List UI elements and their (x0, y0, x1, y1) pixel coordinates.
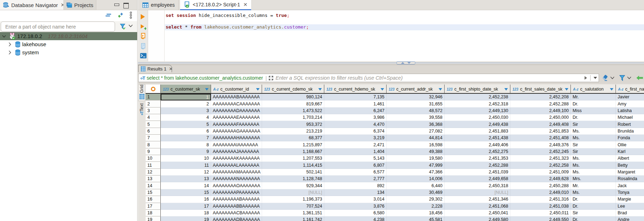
data-cell[interactable]: AAAAAAAAHAAAAAAA (211, 135, 262, 141)
data-cell[interactable]: Albert (616, 155, 644, 162)
data-cell[interactable]: 4,238 (324, 216, 387, 221)
filter-expression-input[interactable]: ‹›T select * from lakehouse.customer_ana… (138, 74, 599, 82)
row-number-cell[interactable]: 3 (146, 108, 161, 114)
row-number-cell[interactable]: 11 (146, 162, 161, 168)
data-cell[interactable]: 18 (161, 210, 211, 216)
data-cell[interactable]: 47,366 (387, 169, 445, 176)
data-cell[interactable]: AAAAAAAAPAAAAAAA (211, 189, 262, 196)
data-cell[interactable]: 2,451,346 (445, 196, 510, 203)
previous-page-icon[interactable] (636, 75, 643, 80)
column-header-c_first_sales_date_sk[interactable]: 123c_first_sales_date_sk (510, 85, 571, 94)
data-cell[interactable]: 2,452,288 (510, 100, 571, 107)
data-cell[interactable]: Ms. (571, 155, 616, 162)
data-cell[interactable]: 6,807 (324, 162, 387, 168)
data-cell[interactable]: Latisha (616, 108, 644, 114)
tab-database-navigator[interactable]: Database Navigator ✕ (0, 0, 69, 10)
column-header-c_first_name[interactable]: A-zc_first_name (616, 85, 644, 94)
data-cell[interactable]: 6,440 (387, 182, 445, 189)
data-cell[interactable]: 14,006 (387, 176, 445, 182)
data-cell[interactable]: 819,667 (262, 100, 324, 107)
data-cell[interactable]: 17 (161, 203, 211, 210)
data-cell[interactable]: 2,452,238 (445, 94, 510, 100)
data-cell[interactable]: 1,114,415 (262, 162, 324, 168)
data-cell[interactable]: 32,946 (387, 94, 445, 100)
data-cell[interactable]: Karl (616, 148, 644, 155)
data-cell[interactable]: 2,449,408 (510, 121, 571, 128)
sort-dropdown-icon[interactable] (439, 88, 442, 91)
close-script-tab-icon[interactable]: ✕ (243, 2, 248, 7)
data-cell[interactable]: AAAAAAAAOAAAAAAA (211, 182, 262, 189)
collapse-up-icon[interactable] (401, 62, 404, 64)
data-cell[interactable]: 7,135 (324, 94, 387, 100)
data-cell[interactable]: 2,450,318 (445, 182, 510, 189)
data-cell[interactable]: AAAAAAAAIAAAAAAA (211, 141, 262, 148)
expander-down-icon[interactable] (2, 35, 7, 38)
expand-filter-icon[interactable] (268, 75, 274, 81)
data-cell[interactable]: Brunilda (616, 128, 644, 135)
column-header-c_customer_id[interactable]: A-zc_customer_id (211, 85, 262, 94)
expander-right-icon[interactable] (8, 42, 13, 47)
sort-dropdown-icon[interactable] (610, 88, 613, 91)
data-cell[interactable]: Dr. (571, 203, 616, 210)
row-number-cell[interactable]: 4 (146, 114, 161, 121)
tab-projects[interactable]: Projects (63, 0, 96, 10)
data-cell[interactable]: 2,449,100 (510, 108, 571, 114)
column-header-c_current_cdemo_sk[interactable]: 123c_current_cdemo_sk (262, 85, 324, 94)
data-cell[interactable]: AAAAAAAADAAAAAAA (211, 108, 262, 114)
code-line[interactable] (165, 19, 644, 25)
data-cell[interactable]: 9 (161, 148, 211, 155)
data-cell[interactable]: Sir (571, 148, 616, 155)
tab-results-1[interactable]: Results 1 ✕ (138, 65, 172, 73)
data-cell[interactable]: 12 (161, 169, 211, 176)
data-cell[interactable]: 2,449,010 (510, 189, 571, 196)
data-cell[interactable]: 16 (161, 196, 211, 203)
filter-options-chevron-icon[interactable] (627, 76, 631, 79)
filter-history-dropdown-icon[interactable] (593, 76, 597, 79)
row-number-cell[interactable]: 15 (146, 189, 161, 196)
data-cell[interactable]: AAAAAAAAABAAAAAA (211, 196, 262, 203)
data-cell[interactable]: 2,452,275 (445, 148, 510, 155)
tab-employees[interactable]: employees (139, 0, 179, 10)
data-cell[interactable]: 13 (161, 176, 211, 182)
data-cell[interactable]: Dr. (571, 216, 616, 221)
view-menu-kebab-icon[interactable] (129, 12, 132, 19)
data-cell[interactable]: AAAAAAAABBAAAAAA (211, 203, 262, 210)
data-cell[interactable]: 2 (161, 100, 211, 107)
data-cell[interactable]: AAAAAAAAGAAAAAAA (211, 128, 262, 135)
tree-item-connection[interactable]: 172.18.0.2 172.18.0.2:31604 (0, 32, 137, 40)
data-cell[interactable]: 2,471 (324, 141, 387, 148)
data-cell[interactable]: 929,344 (262, 182, 324, 189)
data-cell[interactable]: Amy (616, 100, 644, 107)
data-cell[interactable]: 47,999 (387, 162, 445, 168)
data-cell[interactable]: 44,814 (387, 135, 445, 141)
data-cell[interactable]: 134 (324, 189, 387, 196)
data-cell[interactable]: 1,215,897 (262, 141, 324, 148)
data-cell[interactable]: 2,451,316 (510, 196, 571, 203)
data-cell[interactable]: 1,461 (324, 100, 387, 107)
data-cell[interactable]: 2,451,323 (510, 155, 571, 162)
data-cell[interactable]: Rosalinda (616, 176, 644, 182)
filter-objects-icon[interactable] (120, 24, 126, 30)
data-cell[interactable]: 2,451,438 (445, 135, 510, 141)
data-cell[interactable]: 3,219 (324, 135, 387, 141)
row-number-cell[interactable]: 12 (146, 169, 161, 176)
erase-filter-icon[interactable] (602, 75, 608, 81)
sort-dropdown-icon[interactable] (504, 88, 508, 91)
data-cell[interactable]: 49,388 (387, 148, 445, 155)
data-cell[interactable]: 2,450,011 (510, 210, 571, 216)
data-cell[interactable]: 6,247 (324, 108, 387, 114)
data-cell[interactable]: Mr. (571, 182, 616, 189)
data-cell[interactable]: Miss (571, 108, 616, 114)
sort-dropdown-icon[interactable] (318, 88, 322, 91)
data-cell[interactable]: 2,451,883 (445, 128, 510, 135)
row-number-cell[interactable]: 6 (146, 128, 161, 135)
tab-grid-presentation[interactable]: Grid (138, 84, 145, 101)
data-cell[interactable]: 10 (161, 155, 211, 162)
data-cell[interactable]: 3,876 (324, 203, 387, 210)
tab-text-presentation[interactable]: Text ‹›T (138, 103, 145, 121)
data-cell[interactable]: 707,524 (262, 203, 324, 210)
data-cell[interactable]: Betty (616, 162, 644, 168)
data-cell[interactable]: 1,168,667 (262, 148, 324, 155)
data-cell[interactable]: Dr. (571, 114, 616, 121)
data-cell[interactable]: 19,580 (387, 155, 445, 162)
